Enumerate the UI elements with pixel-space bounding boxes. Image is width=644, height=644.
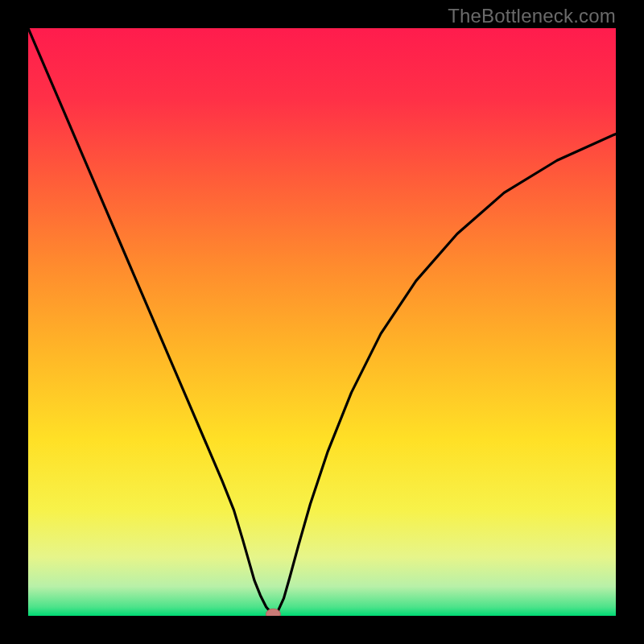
minimum-marker [266, 609, 280, 616]
plot-area [28, 28, 616, 616]
chart-frame: TheBottleneck.com [0, 0, 644, 644]
watermark-text: TheBottleneck.com [448, 5, 616, 27]
bottleneck-curve [28, 28, 616, 616]
